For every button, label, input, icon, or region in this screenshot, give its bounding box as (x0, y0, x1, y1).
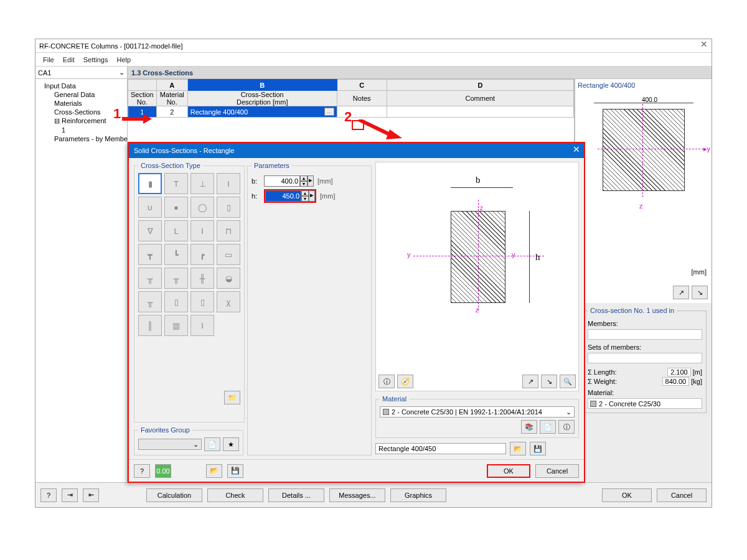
details-button[interactable]: Details ... (268, 488, 324, 502)
shape-hollow-rect-button[interactable]: ┏ (190, 244, 214, 265)
shape-generic8-button[interactable]: ▯ (190, 291, 214, 312)
menu-edit[interactable]: Edit (63, 56, 75, 63)
shape-channel-button[interactable]: ∇ (138, 220, 162, 241)
dialog-close-icon[interactable]: ✕ (573, 144, 580, 154)
preview-axis2-button[interactable]: ↘ (541, 375, 557, 388)
check-button[interactable]: Check (207, 488, 263, 502)
messages-button[interactable]: Messages... (329, 488, 385, 502)
shape-circle-button[interactable]: ● (164, 197, 188, 218)
result-save-button[interactable]: 💾 (530, 442, 546, 455)
shape-s-button[interactable]: ⊓ (217, 220, 240, 241)
shape-grid: ▮ T ⊥ I ∪ ● ◯ ▯ ∇ L I ⊓ ┳ ┗ ┏ ▭ ╥ (138, 173, 240, 336)
import-icon-button[interactable]: ⇥ (62, 488, 78, 502)
material-lib-button[interactable]: 📚 (521, 420, 537, 434)
shape-z-button[interactable]: I (190, 220, 214, 241)
material-combo[interactable]: 2 - Concrete C25/30 | EN 1992-1-1:2004/A… (380, 406, 575, 418)
export-icon-button[interactable]: ⇤ (83, 488, 99, 502)
spinner-down-icon[interactable]: ▼ (300, 181, 308, 187)
shape-generic1-button[interactable]: ▭ (217, 244, 240, 265)
shape-generic11-button[interactable]: ▥ (164, 315, 188, 336)
material-legend: Material (380, 395, 409, 403)
menu-settings[interactable]: Settings (83, 56, 108, 63)
tree-reinforcement-1[interactable]: 1 (37, 126, 126, 134)
titlebar: RF-CONCRETE Columns - [001712-model-file… (35, 39, 712, 53)
chevron-down-icon: ⌄ (193, 441, 199, 449)
b-input[interactable] (264, 175, 300, 187)
shape-generic2-button[interactable]: ╥ (138, 268, 162, 289)
preview-zoom-button[interactable]: 🔍 (560, 375, 576, 388)
cell-material-no[interactable]: 2 (156, 106, 187, 118)
result-open-button[interactable]: 📂 (510, 442, 526, 455)
shape-plus-button[interactable]: ┗ (164, 244, 188, 265)
shape-t-button[interactable]: T (164, 173, 188, 194)
shape-rectangle-button[interactable]: ▮ (138, 173, 162, 194)
nav-tree[interactable]: Input Data General Data Materials Cross-… (35, 79, 127, 482)
result-name-field[interactable]: Rectangle 400/450 (375, 443, 506, 454)
tree-root[interactable]: Input Data (37, 82, 126, 90)
main-ok-button[interactable]: OK (602, 488, 652, 502)
dialog-ok-button[interactable]: OK (487, 464, 530, 478)
favorites-new-button[interactable]: 📄 (204, 437, 220, 451)
shape-l-button[interactable]: L (164, 220, 188, 241)
dialog-footer: ? 0.00 📂 💾 OK Cancel (129, 459, 584, 482)
menu-file[interactable]: File (43, 56, 54, 63)
dialog-cancel-button[interactable]: Cancel (535, 464, 579, 478)
window-close-icon[interactable]: ✕ (700, 39, 708, 49)
b-spinner[interactable]: ▲▼ ▸ (264, 175, 314, 187)
shape-i-narrow-button[interactable]: I (217, 173, 240, 194)
h-input[interactable] (265, 190, 301, 202)
shape-generic9-button[interactable]: χ (217, 291, 240, 312)
preview-z-bottom: z (476, 307, 479, 314)
sets-label: Sets of members: (588, 343, 641, 351)
dialog-open-button[interactable]: 📂 (206, 464, 222, 478)
preview-pick-button[interactable]: 🧭 (397, 375, 413, 388)
preview-axis1-button[interactable]: ↗ (522, 375, 538, 388)
dialog-help-button[interactable]: ? (134, 464, 150, 478)
preview-info-button[interactable]: ⓘ (378, 375, 395, 388)
help-icon-button[interactable]: ? (40, 488, 57, 502)
spinner-up-icon[interactable]: ▲ (300, 175, 308, 181)
calculation-button[interactable]: Calculation (146, 488, 202, 502)
material-info-button[interactable]: ⓘ (558, 420, 575, 434)
spinner-down-icon[interactable]: ▼ (301, 196, 309, 202)
cell-comment[interactable] (387, 106, 573, 118)
h-label: h: (251, 192, 260, 200)
shape-inv-t-button[interactable]: ⊥ (190, 173, 214, 194)
shape-oval-button[interactable]: ▯ (217, 197, 240, 218)
shape-generic12-button[interactable]: I (190, 315, 214, 336)
shape-u-button[interactable]: ∪ (138, 197, 162, 218)
tree-general-data[interactable]: General Data (37, 90, 126, 99)
menu-help[interactable]: Help (116, 56, 131, 63)
h-spinner[interactable]: ▲▼ ▸ (264, 189, 316, 203)
shape-generic4-button[interactable]: ╫ (190, 268, 214, 289)
preview-view-2-button[interactable]: ↘ (692, 286, 708, 299)
tree-materials[interactable]: Materials (37, 99, 126, 108)
shape-generic5-button[interactable]: ◒ (217, 268, 240, 289)
tree-reinforcement[interactable]: ⊟ Reinforcement (37, 116, 126, 126)
favorites-combo[interactable]: ⌄ (138, 439, 202, 450)
main-cancel-button[interactable]: Cancel (657, 488, 707, 502)
graphics-button[interactable]: Graphics (390, 488, 446, 502)
shape-cross-button[interactable]: ┳ (138, 244, 162, 265)
favorites-manage-button[interactable]: ★ (223, 437, 239, 451)
shape-ring-button[interactable]: ◯ (190, 197, 214, 218)
material-new-button[interactable]: 📄 (540, 420, 556, 434)
spinner-up-icon[interactable]: ▲ (301, 190, 309, 196)
b-pick-button[interactable]: ▸ (308, 175, 314, 187)
shape-generic7-button[interactable]: ▯ (164, 291, 188, 312)
tree-params-by-member[interactable]: Parameters - by Member (37, 134, 126, 143)
shape-generic10-button[interactable]: ║ (138, 315, 162, 336)
h-pick-button[interactable]: ▸ (309, 190, 315, 202)
favorites-group: Favorites Group ⌄ 📄 ★ (134, 426, 243, 455)
shape-generic3-button[interactable]: ╥ (164, 268, 188, 289)
material-swatch-icon (590, 401, 596, 407)
type-library-button[interactable]: 📁 (224, 391, 240, 404)
tree-cross-sections[interactable]: Cross-Sections (37, 108, 126, 116)
shape-generic6-button[interactable]: ╥ (138, 291, 162, 312)
preview-view-1-button[interactable]: ↗ (673, 286, 689, 299)
cell-description-ellipsis-button[interactable]: … (324, 108, 334, 116)
module-case-combo[interactable]: CA1 ⌄ (35, 67, 127, 79)
dialog-save-button[interactable]: 💾 (227, 464, 243, 478)
dialog-units-button[interactable]: 0.00 (155, 464, 171, 478)
cell-description[interactable]: Rectangle 400/400 … (187, 106, 337, 118)
